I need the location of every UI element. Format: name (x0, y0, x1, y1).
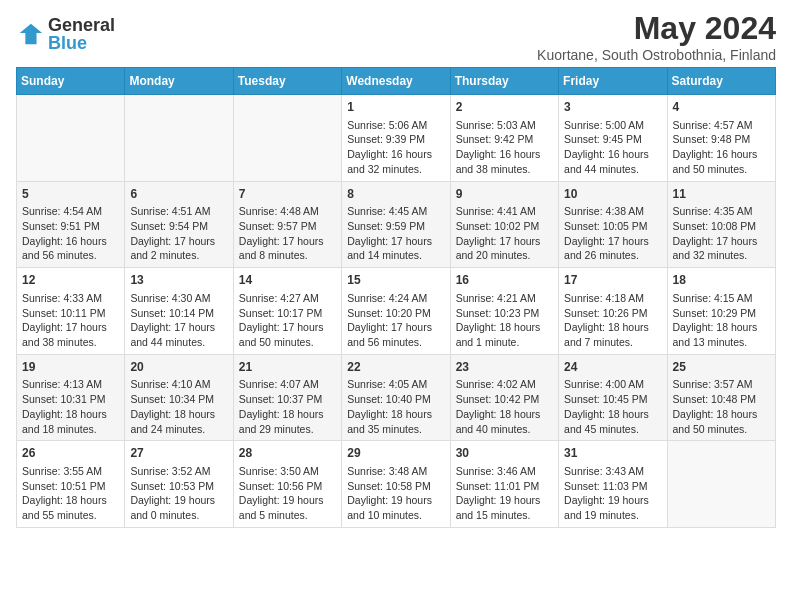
calendar-week-row: 19Sunrise: 4:13 AM Sunset: 10:31 PM Dayl… (17, 354, 776, 441)
day-number: 24 (564, 359, 661, 376)
calendar-week-row: 26Sunrise: 3:55 AM Sunset: 10:51 PM Dayl… (17, 441, 776, 528)
logo-general-text: General (48, 16, 115, 34)
day-number: 27 (130, 445, 227, 462)
calendar-cell: 27Sunrise: 3:52 AM Sunset: 10:53 PM Dayl… (125, 441, 233, 528)
day-number: 19 (22, 359, 119, 376)
calendar-cell: 10Sunrise: 4:38 AM Sunset: 10:05 PM Dayl… (559, 181, 667, 268)
calendar-cell: 30Sunrise: 3:46 AM Sunset: 11:01 PM Dayl… (450, 441, 558, 528)
calendar-cell: 29Sunrise: 3:48 AM Sunset: 10:58 PM Dayl… (342, 441, 450, 528)
day-info: Sunrise: 5:03 AM Sunset: 9:42 PM Dayligh… (456, 118, 553, 177)
day-number: 22 (347, 359, 444, 376)
header: General Blue May 2024 Kuortane, South Os… (16, 10, 776, 63)
day-number: 9 (456, 186, 553, 203)
logo: General Blue (16, 16, 115, 52)
day-info: Sunrise: 3:50 AM Sunset: 10:56 PM Daylig… (239, 464, 336, 523)
day-info: Sunrise: 3:43 AM Sunset: 11:03 PM Daylig… (564, 464, 661, 523)
day-number: 4 (673, 99, 770, 116)
day-info: Sunrise: 4:07 AM Sunset: 10:37 PM Daylig… (239, 377, 336, 436)
weekday-header: Tuesday (233, 68, 341, 95)
calendar-cell: 4Sunrise: 4:57 AM Sunset: 9:48 PM Daylig… (667, 95, 775, 182)
day-info: Sunrise: 5:06 AM Sunset: 9:39 PM Dayligh… (347, 118, 444, 177)
weekday-header: Friday (559, 68, 667, 95)
calendar-cell: 16Sunrise: 4:21 AM Sunset: 10:23 PM Dayl… (450, 268, 558, 355)
day-number: 10 (564, 186, 661, 203)
day-number: 31 (564, 445, 661, 462)
calendar-cell (667, 441, 775, 528)
day-info: Sunrise: 4:18 AM Sunset: 10:26 PM Daylig… (564, 291, 661, 350)
day-info: Sunrise: 4:05 AM Sunset: 10:40 PM Daylig… (347, 377, 444, 436)
weekday-header: Wednesday (342, 68, 450, 95)
day-info: Sunrise: 3:48 AM Sunset: 10:58 PM Daylig… (347, 464, 444, 523)
calendar-cell: 21Sunrise: 4:07 AM Sunset: 10:37 PM Dayl… (233, 354, 341, 441)
day-number: 7 (239, 186, 336, 203)
day-number: 14 (239, 272, 336, 289)
calendar-cell: 26Sunrise: 3:55 AM Sunset: 10:51 PM Dayl… (17, 441, 125, 528)
day-number: 25 (673, 359, 770, 376)
calendar-cell: 31Sunrise: 3:43 AM Sunset: 11:03 PM Dayl… (559, 441, 667, 528)
day-number: 17 (564, 272, 661, 289)
day-info: Sunrise: 4:48 AM Sunset: 9:57 PM Dayligh… (239, 204, 336, 263)
calendar-cell: 22Sunrise: 4:05 AM Sunset: 10:40 PM Dayl… (342, 354, 450, 441)
day-info: Sunrise: 4:00 AM Sunset: 10:45 PM Daylig… (564, 377, 661, 436)
page-title: May 2024 (537, 10, 776, 47)
day-info: Sunrise: 4:21 AM Sunset: 10:23 PM Daylig… (456, 291, 553, 350)
day-info: Sunrise: 4:10 AM Sunset: 10:34 PM Daylig… (130, 377, 227, 436)
day-number: 1 (347, 99, 444, 116)
calendar-cell: 12Sunrise: 4:33 AM Sunset: 10:11 PM Dayl… (17, 268, 125, 355)
day-info: Sunrise: 5:00 AM Sunset: 9:45 PM Dayligh… (564, 118, 661, 177)
calendar-cell: 19Sunrise: 4:13 AM Sunset: 10:31 PM Dayl… (17, 354, 125, 441)
day-info: Sunrise: 4:38 AM Sunset: 10:05 PM Daylig… (564, 204, 661, 263)
day-number: 13 (130, 272, 227, 289)
calendar-cell (125, 95, 233, 182)
calendar-cell: 15Sunrise: 4:24 AM Sunset: 10:20 PM Dayl… (342, 268, 450, 355)
calendar-cell: 28Sunrise: 3:50 AM Sunset: 10:56 PM Dayl… (233, 441, 341, 528)
weekday-header: Sunday (17, 68, 125, 95)
weekday-header: Saturday (667, 68, 775, 95)
logo-icon (16, 20, 44, 48)
day-number: 18 (673, 272, 770, 289)
day-info: Sunrise: 4:45 AM Sunset: 9:59 PM Dayligh… (347, 204, 444, 263)
day-number: 12 (22, 272, 119, 289)
calendar-week-row: 5Sunrise: 4:54 AM Sunset: 9:51 PM Daylig… (17, 181, 776, 268)
day-number: 8 (347, 186, 444, 203)
day-number: 16 (456, 272, 553, 289)
day-info: Sunrise: 4:33 AM Sunset: 10:11 PM Daylig… (22, 291, 119, 350)
day-number: 5 (22, 186, 119, 203)
calendar-cell: 5Sunrise: 4:54 AM Sunset: 9:51 PM Daylig… (17, 181, 125, 268)
day-number: 29 (347, 445, 444, 462)
calendar-week-row: 1Sunrise: 5:06 AM Sunset: 9:39 PM Daylig… (17, 95, 776, 182)
day-info: Sunrise: 4:41 AM Sunset: 10:02 PM Daylig… (456, 204, 553, 263)
calendar-cell: 24Sunrise: 4:00 AM Sunset: 10:45 PM Dayl… (559, 354, 667, 441)
weekday-header: Thursday (450, 68, 558, 95)
weekday-header-row: SundayMondayTuesdayWednesdayThursdayFrid… (17, 68, 776, 95)
day-info: Sunrise: 3:57 AM Sunset: 10:48 PM Daylig… (673, 377, 770, 436)
calendar-cell: 1Sunrise: 5:06 AM Sunset: 9:39 PM Daylig… (342, 95, 450, 182)
day-number: 23 (456, 359, 553, 376)
day-number: 2 (456, 99, 553, 116)
calendar-cell (17, 95, 125, 182)
day-number: 15 (347, 272, 444, 289)
calendar-cell: 14Sunrise: 4:27 AM Sunset: 10:17 PM Dayl… (233, 268, 341, 355)
day-info: Sunrise: 4:15 AM Sunset: 10:29 PM Daylig… (673, 291, 770, 350)
day-info: Sunrise: 4:35 AM Sunset: 10:08 PM Daylig… (673, 204, 770, 263)
day-number: 6 (130, 186, 227, 203)
day-number: 30 (456, 445, 553, 462)
calendar-cell: 11Sunrise: 4:35 AM Sunset: 10:08 PM Dayl… (667, 181, 775, 268)
day-info: Sunrise: 4:57 AM Sunset: 9:48 PM Dayligh… (673, 118, 770, 177)
calendar-cell: 13Sunrise: 4:30 AM Sunset: 10:14 PM Dayl… (125, 268, 233, 355)
calendar-cell: 18Sunrise: 4:15 AM Sunset: 10:29 PM Dayl… (667, 268, 775, 355)
day-info: Sunrise: 4:27 AM Sunset: 10:17 PM Daylig… (239, 291, 336, 350)
day-number: 20 (130, 359, 227, 376)
calendar-table: SundayMondayTuesdayWednesdayThursdayFrid… (16, 67, 776, 528)
calendar-cell: 7Sunrise: 4:48 AM Sunset: 9:57 PM Daylig… (233, 181, 341, 268)
day-info: Sunrise: 4:13 AM Sunset: 10:31 PM Daylig… (22, 377, 119, 436)
day-number: 26 (22, 445, 119, 462)
calendar-week-row: 12Sunrise: 4:33 AM Sunset: 10:11 PM Dayl… (17, 268, 776, 355)
page-subtitle: Kuortane, South Ostrobothnia, Finland (537, 47, 776, 63)
calendar-cell: 8Sunrise: 4:45 AM Sunset: 9:59 PM Daylig… (342, 181, 450, 268)
day-number: 28 (239, 445, 336, 462)
day-info: Sunrise: 4:54 AM Sunset: 9:51 PM Dayligh… (22, 204, 119, 263)
calendar-cell: 6Sunrise: 4:51 AM Sunset: 9:54 PM Daylig… (125, 181, 233, 268)
calendar-cell: 20Sunrise: 4:10 AM Sunset: 10:34 PM Dayl… (125, 354, 233, 441)
calendar-cell (233, 95, 341, 182)
